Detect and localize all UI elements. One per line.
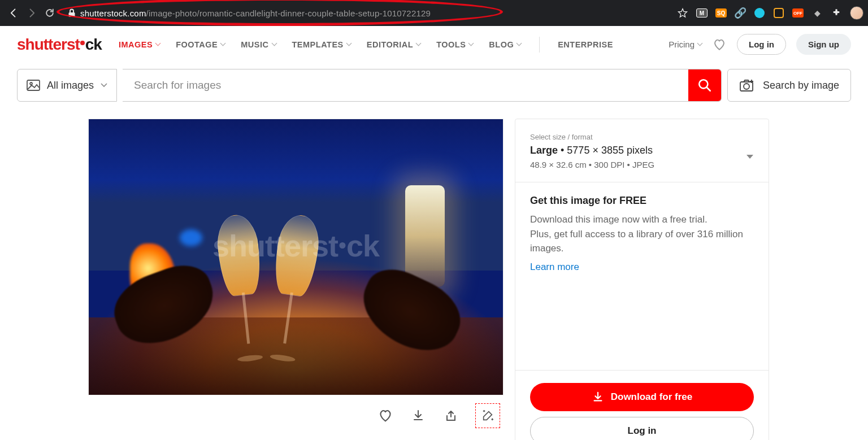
search-button[interactable] xyxy=(688,69,721,101)
download-free-button[interactable]: Download for free xyxy=(530,383,754,411)
edit-button[interactable] xyxy=(475,403,500,428)
favorites-icon[interactable] xyxy=(712,37,727,52)
star-icon[interactable] xyxy=(677,7,688,19)
share-button[interactable] xyxy=(442,407,459,424)
ext-gray-icon[interactable]: ◆ xyxy=(811,7,823,19)
url-text: shutterstock.com/image-photo/romantic-ca… xyxy=(80,8,431,18)
chevron-down-icon xyxy=(697,41,703,46)
nav-images[interactable]: IMAGES xyxy=(119,40,160,49)
ext-gmail-icon[interactable]: M xyxy=(696,8,708,18)
chevron-down-icon xyxy=(468,41,474,46)
panel-separator xyxy=(515,182,769,182)
panel-separator xyxy=(515,370,769,371)
forward-button[interactable] xyxy=(23,4,41,22)
nav-pricing[interactable]: Pricing xyxy=(669,40,702,49)
profile-avatar[interactable] xyxy=(850,6,863,20)
chevron-down-icon xyxy=(271,41,277,46)
preview-image[interactable]: shutterstck xyxy=(88,119,504,395)
search-box xyxy=(123,69,722,102)
ext-square-icon[interactable] xyxy=(773,7,784,19)
dropdown-caret-icon xyxy=(746,154,754,160)
ext-off-icon[interactable]: OFF xyxy=(792,8,804,18)
site-header: shutterstck IMAGES FOOTAGE MUSIC TEMPLAT… xyxy=(0,26,868,63)
back-button[interactable] xyxy=(5,4,23,22)
panel-login-button[interactable]: Log in xyxy=(530,417,754,441)
chevron-down-icon xyxy=(346,41,351,46)
svg-point-2 xyxy=(30,82,32,85)
reload-button[interactable] xyxy=(41,4,59,22)
promo-text-1: Download this image now with a free tria… xyxy=(530,212,754,227)
image-column: shutterstck xyxy=(88,119,504,428)
nav-separator xyxy=(539,37,540,53)
chevron-down-icon xyxy=(220,41,226,46)
size-sub: 48.9 × 32.6 cm • 300 DPI • JPEG xyxy=(530,160,654,169)
promo-heading: Get this image for FREE xyxy=(530,195,754,207)
purchase-panel: Select size / format Large • 5775 × 3855… xyxy=(515,119,769,440)
ext-circle-icon[interactable] xyxy=(754,7,765,19)
chevron-down-icon xyxy=(155,41,161,46)
chevron-down-icon xyxy=(416,41,422,46)
image-icon xyxy=(27,80,40,91)
chevron-down-icon xyxy=(517,41,522,46)
nav-enterprise[interactable]: ENTERPRISE xyxy=(558,40,613,49)
signup-button[interactable]: Sign up xyxy=(796,34,851,55)
search-input[interactable] xyxy=(123,69,688,101)
camera-plus-icon xyxy=(739,79,755,92)
size-main: Large • 5775 × 3855 pixels xyxy=(530,145,654,156)
search-by-image-button[interactable]: Search by image xyxy=(727,69,851,102)
ext-link-icon[interactable]: 🔗 xyxy=(735,7,746,19)
login-button[interactable]: Log in xyxy=(737,34,786,55)
save-heart-button[interactable] xyxy=(377,407,394,424)
svg-point-5 xyxy=(744,84,749,89)
chevron-down-icon xyxy=(101,83,107,88)
nav-tools[interactable]: TOOLS xyxy=(436,40,473,49)
content: shutterstck Select size / format Large •… xyxy=(0,102,868,440)
search-by-image-label: Search by image xyxy=(763,80,839,92)
address-bar[interactable]: shutterstock.com/image-photo/romantic-ca… xyxy=(63,8,670,18)
search-icon xyxy=(697,78,712,93)
ext-sq-icon[interactable]: SQ xyxy=(715,8,727,18)
search-row: All images Search by image xyxy=(0,63,868,102)
nav-blog[interactable]: BLOG xyxy=(489,40,521,49)
browser-chrome: shutterstock.com/image-photo/romantic-ca… xyxy=(0,0,868,26)
lock-icon xyxy=(68,8,76,18)
download-icon-button[interactable] xyxy=(410,407,427,424)
header-right: Pricing Log in Sign up xyxy=(669,34,851,55)
image-actions xyxy=(88,395,504,428)
size-selector[interactable]: Large • 5775 × 3855 pixels 48.9 × 32.6 c… xyxy=(530,145,754,169)
browser-actions: M SQ 🔗 OFF ◆ xyxy=(677,6,863,20)
download-icon xyxy=(592,391,604,403)
nav-music[interactable]: MUSIC xyxy=(241,40,276,49)
nav-editorial[interactable]: EDITORIAL xyxy=(367,40,420,49)
learn-more-link[interactable]: Learn more xyxy=(530,262,579,273)
size-label: Select size / format xyxy=(530,133,754,141)
svg-rect-0 xyxy=(69,12,75,17)
promo-text-2: Plus, get full access to a library of ov… xyxy=(530,227,754,256)
nav-templates[interactable]: TEMPLATES xyxy=(292,40,351,49)
search-category-dropdown[interactable]: All images xyxy=(17,69,117,102)
search-category-label: All images xyxy=(47,80,94,92)
nav-footage[interactable]: FOOTAGE xyxy=(176,40,225,49)
shutterstock-logo[interactable]: shutterstck xyxy=(17,36,102,54)
extensions-icon[interactable] xyxy=(831,7,842,19)
main-nav: IMAGES FOOTAGE MUSIC TEMPLATES EDITORIAL… xyxy=(119,37,613,53)
image-scene: shutterstck xyxy=(89,119,503,395)
